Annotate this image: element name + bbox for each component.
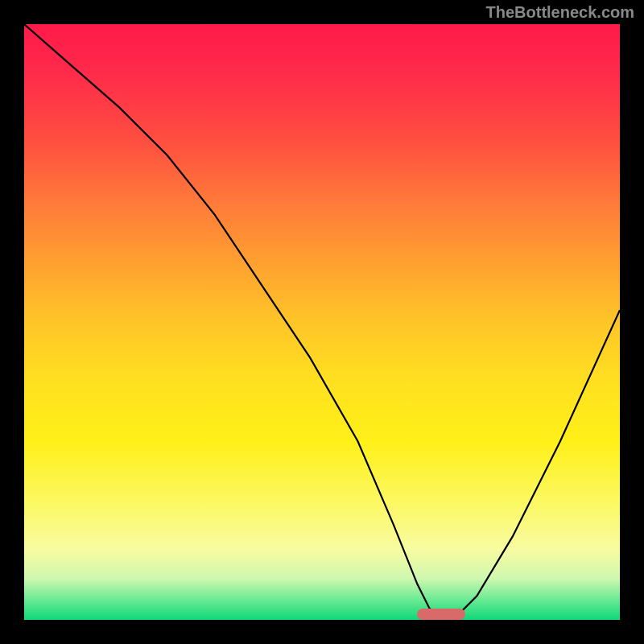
- watermark-text: TheBottleneck.com: [486, 3, 634, 22]
- curve-svg: [24, 24, 620, 620]
- bottleneck-curve: [24, 24, 620, 620]
- plot-area: [24, 24, 620, 620]
- optimal-marker: [417, 609, 464, 620]
- chart-container: TheBottleneck.com: [0, 0, 644, 644]
